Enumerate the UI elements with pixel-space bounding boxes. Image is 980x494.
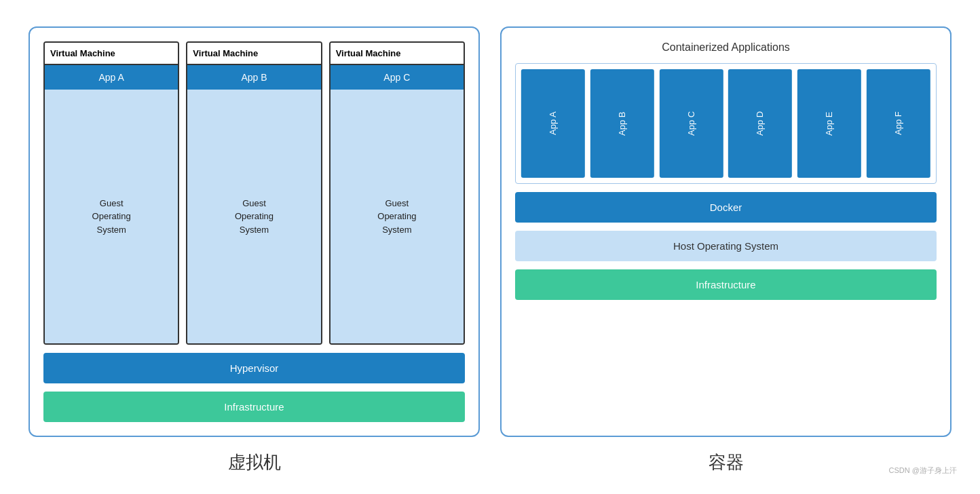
vm-box-1: Virtual Machine App A GuestOperatingSyst… <box>43 41 179 345</box>
container-diagram-panel: Containerized Applications App A App B A… <box>500 26 951 437</box>
container-infrastructure-bar: Infrastructure <box>515 269 937 300</box>
container-app-d: App D <box>728 69 792 178</box>
vm-app-c: App C <box>331 65 464 90</box>
vm-title-2: Virtual Machine <box>187 43 320 65</box>
watermark: CSDN @游子身上汗 <box>889 466 957 476</box>
containerized-title: Containerized Applications <box>515 41 937 54</box>
docker-bar: Docker <box>515 192 937 223</box>
container-label: 容器 <box>500 451 951 474</box>
vm-title-3: Virtual Machine <box>331 43 464 65</box>
main-container: Virtual Machine App A GuestOperatingSyst… <box>15 13 965 481</box>
hypervisor-bar: Hypervisor <box>43 353 465 383</box>
vm-label: 虚拟机 <box>29 451 480 474</box>
vm-infrastructure-bar: Infrastructure <box>43 392 465 422</box>
container-app-e: App E <box>797 69 861 178</box>
diagrams-row: Virtual Machine App A GuestOperatingSyst… <box>15 13 965 451</box>
vm-box-3: Virtual Machine App C GuestOperatingSyst… <box>329 41 465 345</box>
vm-guest-os-2: GuestOperatingSystem <box>187 90 320 343</box>
vm-guest-os-3: GuestOperatingSystem <box>331 90 464 343</box>
container-app-c: App C <box>660 69 723 178</box>
vm-app-a: App A <box>45 65 178 90</box>
container-app-a: App A <box>521 69 585 178</box>
container-app-b: App B <box>590 69 654 178</box>
apps-outer-box: App A App B App C App D App E App F <box>515 63 937 184</box>
vm-app-b: App B <box>187 65 320 90</box>
vm-title-1: Virtual Machine <box>45 43 178 65</box>
labels-row: 虚拟机 容器 <box>15 451 965 481</box>
vm-diagram-panel: Virtual Machine App A GuestOperatingSyst… <box>29 26 480 437</box>
vm-box-2: Virtual Machine App B GuestOperatingSyst… <box>186 41 322 345</box>
vm-guest-os-1: GuestOperatingSystem <box>45 90 178 343</box>
vm-boxes-row: Virtual Machine App A GuestOperatingSyst… <box>43 41 465 345</box>
container-app-f: App F <box>867 69 930 178</box>
host-os-bar: Host Operating System <box>515 231 937 261</box>
